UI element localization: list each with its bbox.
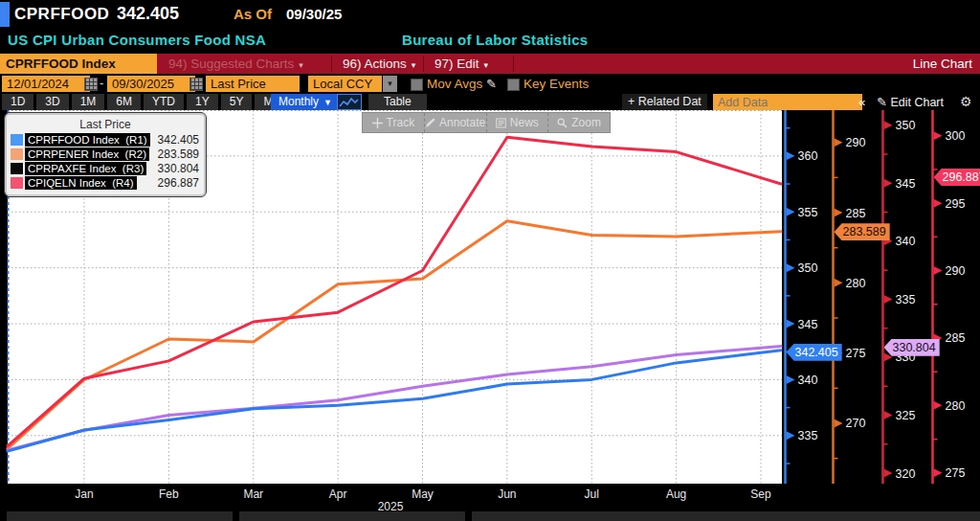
axis-tick-label: 275 — [846, 347, 866, 360]
legend-item-name: CPRPAXFE Index (R3) — [25, 162, 146, 175]
legend-swatch-icon — [11, 134, 23, 146]
axis-major-tick — [934, 468, 943, 477]
legend-item-CPRPAXFE[interactable]: CPRPAXFE Index (R3)330.804 — [7, 161, 204, 175]
axis-tick-label: 270 — [846, 417, 866, 430]
last-price-badge-R2[interactable]: 283.589 — [835, 223, 890, 240]
axis-tick-label: 280 — [946, 399, 966, 413]
axis-major-tick — [884, 295, 893, 304]
axis-major-tick — [787, 208, 795, 216]
axis-tick-label: 295 — [946, 197, 966, 211]
last-price-badge-R3[interactable]: 330.804 — [884, 339, 940, 356]
axis-tick-label: 285 — [846, 207, 866, 220]
legend-swatch-icon — [11, 177, 23, 189]
axis-major-tick — [884, 469, 893, 478]
axis-tick-label: 340 — [896, 235, 916, 248]
axis-major-tick — [787, 375, 795, 384]
legend-item-name: CPRPENER Index (R2) — [25, 147, 149, 161]
newspaper-icon — [496, 118, 506, 128]
legend-item-value: 296.887 — [158, 176, 204, 190]
axis-major-tick — [835, 209, 843, 217]
axis-major-tick — [787, 263, 795, 272]
magnifier-icon — [557, 118, 568, 128]
axis-tick-label: 300 — [946, 129, 966, 143]
last-price-badge-R1[interactable]: 342.405 — [787, 344, 842, 361]
axis-major-tick — [934, 401, 943, 410]
legend-item-value: 283.589 — [158, 147, 204, 161]
axis-major-tick — [884, 411, 893, 419]
axis-major-tick — [934, 131, 943, 140]
axis-major-tick — [787, 320, 795, 328]
axis-major-tick — [835, 279, 843, 287]
zoom-tool[interactable]: Zoom — [547, 113, 610, 132]
axis-tick-label: 345 — [798, 318, 818, 331]
legend-item-name: CPRFFOOD Index (R1) — [25, 133, 150, 147]
axis-major-tick — [884, 179, 893, 188]
axis-tick-label: 290 — [846, 136, 866, 149]
legend-item-CPIQELN[interactable]: CPIQELN Index (R4)296.887 — [7, 175, 204, 190]
legend-item-name: CPIQELN Index (R4) — [25, 176, 137, 190]
pencil-icon — [425, 118, 435, 128]
legend-item-value: 330.804 — [158, 162, 204, 175]
axis-tick-label: 350 — [896, 119, 916, 132]
legend-item-CPRFFOOD[interactable]: CPRFFOOD Index (R1)342.405 — [7, 132, 204, 147]
legend-swatch-icon — [11, 148, 23, 160]
axis-tick-label: 335 — [896, 293, 916, 306]
axis-major-tick — [835, 419, 843, 427]
axis-tick-label: 280 — [846, 277, 866, 290]
legend-item-value: 342.405 — [158, 133, 204, 147]
terminal-window: CPRFFOOD 342.405 As Of 09/30/25 US CPI U… — [0, 0, 980, 521]
axis-tick-label: 335 — [798, 429, 818, 442]
axis-major-tick — [884, 121, 893, 129]
track-tool[interactable]: Track — [363, 113, 424, 132]
legend-title: Last Price — [7, 118, 204, 131]
axis-tick-label: 355 — [798, 206, 818, 219]
axis-major-tick — [934, 199, 943, 208]
axis-major-tick — [787, 431, 795, 440]
axis-tick-label: 290 — [946, 264, 966, 278]
axis-tick-label: 275 — [946, 466, 966, 480]
axis-tick-label: 340 — [798, 374, 818, 387]
axis-tick-label: 325 — [896, 409, 916, 422]
axis-tick-label: 320 — [896, 467, 916, 481]
chart-legend[interactable]: Last Price CPRFFOOD Index (R1)342.405CPR… — [5, 113, 206, 196]
axis-tick-label: 360 — [798, 149, 818, 163]
axis-major-tick — [934, 266, 943, 275]
legend-item-CPRPENER[interactable]: CPRPENER Index (R2)283.589 — [7, 147, 204, 161]
chart-tools-bar: Track Annotate News Zoom — [362, 112, 611, 133]
news-tool[interactable]: News — [486, 113, 548, 132]
axis-major-tick — [835, 138, 843, 147]
crosshair-icon — [372, 118, 383, 128]
axis-tick-label: 345 — [896, 177, 916, 191]
axis-tick-label: 285 — [946, 331, 966, 345]
last-price-badge-R4[interactable]: 296.887 — [934, 169, 980, 186]
axis-tick-label: 350 — [798, 261, 818, 275]
axis-major-tick — [787, 151, 795, 160]
annotate-tool[interactable]: Annotate — [424, 113, 486, 132]
line-chart-canvas: 3353403453503553602702752802852903203253… — [0, 0, 980, 521]
legend-swatch-icon — [11, 163, 23, 174]
